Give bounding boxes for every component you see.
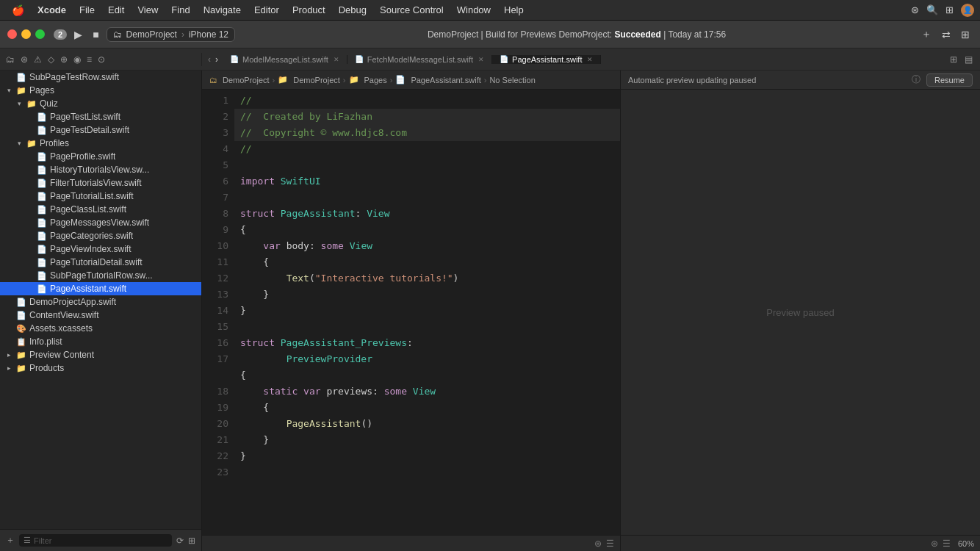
navigator-search-icon[interactable]: ⊛ bbox=[19, 53, 29, 66]
tab-page-assistant[interactable]: 📄 PageAssistant.swift ✕ bbox=[492, 55, 601, 64]
apple-menu[interactable]: 🍎 bbox=[6, 4, 30, 16]
sidebar-item-profiles-folder[interactable]: ▾ 📁 Profiles bbox=[0, 137, 201, 150]
fullscreen-button[interactable] bbox=[35, 29, 45, 39]
tab-close-icon[interactable]: ✕ bbox=[478, 56, 484, 63]
sidebar-item-label: Info.plist bbox=[29, 336, 62, 347]
code-line-16: struct PageAssistant_Previews: bbox=[234, 335, 620, 351]
sidebar-item-products-folder[interactable]: ▸ 📁 Products bbox=[0, 361, 201, 375]
sidebar-item-pageviewindex[interactable]: 📄 PageViewIndex.swift bbox=[0, 242, 201, 256]
sidebar-item-pages-folder[interactable]: ▾ 📁 Pages bbox=[0, 84, 201, 97]
tab-fetch-model[interactable]: 📄 FetchModelMessageList.swift ✕ bbox=[347, 55, 492, 64]
layout-toggle-button[interactable]: ⊞ bbox=[958, 27, 973, 42]
sidebar-bottom: ＋ ☰ Filter ⟳ ⊞ bbox=[0, 529, 201, 551]
tab-file-icon: 📄 bbox=[500, 55, 508, 63]
editor-minimap-icon[interactable]: ▤ bbox=[963, 53, 974, 66]
menu-editor[interactable]: Editor bbox=[248, 3, 285, 17]
navigator-breakpoint-icon[interactable]: ◉ bbox=[72, 53, 82, 66]
menu-view[interactable]: View bbox=[131, 3, 164, 17]
toolbar-right: ＋ ⇄ ⊞ bbox=[918, 26, 973, 43]
breadcrumb-demoproject1[interactable]: DemoProject bbox=[223, 76, 270, 84]
spotlight-icon[interactable]: 🔍 bbox=[926, 4, 938, 15]
control-center-icon[interactable]: ⊞ bbox=[945, 4, 954, 15]
menu-window[interactable]: Window bbox=[451, 3, 497, 17]
resume-button[interactable]: Resume bbox=[926, 73, 973, 87]
sidebar-item-pagecategories[interactable]: 📄 PageCategories.swift bbox=[0, 229, 201, 242]
code-content[interactable]: // // Created by LiFazhan // Copyright ©… bbox=[234, 90, 620, 535]
editor-bottom-icon1[interactable]: ⊛ bbox=[594, 539, 602, 549]
menu-source-control[interactable]: Source Control bbox=[374, 3, 450, 17]
sidebar-item-contentview[interactable]: 📄 ContentView.swift bbox=[0, 309, 201, 322]
sidebar-item-pagetutorialdetail[interactable]: 📄 PageTutorialDetail.swift bbox=[0, 256, 201, 269]
sidebar-item-pagetutoriallist[interactable]: 📄 PageTutorialList.swift bbox=[0, 190, 201, 203]
navigator-report-icon[interactable]: ≡ bbox=[85, 53, 93, 66]
menu-file[interactable]: File bbox=[73, 3, 101, 17]
sidebar-item-label: FilterTutorialsView.swift bbox=[50, 178, 142, 188]
sidebar-item-label: DemoProjectApp.swift bbox=[29, 297, 116, 307]
swift-file-icon: 📄 bbox=[16, 311, 26, 320]
navigator-debug-icon[interactable]: ⊕ bbox=[59, 53, 69, 66]
sidebar-item-pageprofile[interactable]: 📄 PageProfile.swift bbox=[0, 150, 201, 163]
close-button[interactable] bbox=[7, 29, 17, 39]
code-editor[interactable]: 1 2 3 4 5 6 7 8 9 10 11 12 13 14 15 16 1… bbox=[202, 90, 620, 535]
tab-close-icon[interactable]: ✕ bbox=[587, 56, 593, 63]
run-button[interactable]: ▶ bbox=[71, 27, 85, 42]
sidebar-item-label: SubPageTutorialRow.sw... bbox=[50, 270, 153, 281]
sidebar-item-pagetestlist[interactable]: 📄 PageTestList.swift bbox=[0, 110, 201, 123]
sidebar-item-infoplist[interactable]: 📋 Info.plist bbox=[0, 335, 201, 348]
preview-bottom-icon1[interactable]: ⊛ bbox=[931, 539, 938, 549]
sidebar-item-pageassistant[interactable]: 📄 PageAssistant.swift bbox=[0, 282, 201, 295]
tab-close-icon[interactable]: ✕ bbox=[334, 56, 339, 63]
preview-info-icon[interactable]: ⓘ bbox=[912, 73, 920, 86]
sidebar-item-subpagetestrow[interactable]: 📄 SubPageTestRow.swift bbox=[0, 71, 201, 84]
add-file-icon[interactable]: ＋ bbox=[6, 534, 15, 547]
breadcrumb-no-selection[interactable]: No Selection bbox=[489, 76, 535, 84]
forward-button[interactable]: › bbox=[215, 54, 218, 65]
navigator-test-icon[interactable]: ◇ bbox=[46, 53, 56, 66]
sidebar-item-pagemessagesview[interactable]: 📄 PageMessagesView.swift bbox=[0, 216, 201, 229]
minimize-button[interactable] bbox=[21, 29, 31, 39]
code-line-16b: PreviewProvider bbox=[234, 351, 620, 367]
menu-help[interactable]: Help bbox=[498, 3, 530, 17]
sidebar-item-subpagetutorialrow[interactable]: 📄 SubPageTutorialRow.sw... bbox=[0, 269, 201, 282]
sidebar-item-quiz-folder[interactable]: ▾ 📁 Quiz bbox=[0, 97, 201, 110]
menu-xcode[interactable]: Xcode bbox=[32, 3, 72, 17]
menu-debug[interactable]: Debug bbox=[333, 3, 372, 17]
stop-button[interactable]: ■ bbox=[90, 27, 101, 42]
sidebar-item-pagetestdetail[interactable]: 📄 PageTestDetail.swift bbox=[0, 123, 201, 137]
tab-model-message-list[interactable]: 📄 ModelMessageList.swift ✕ bbox=[223, 55, 347, 64]
sidebar-bottom-icon1[interactable]: ⟳ bbox=[176, 536, 184, 546]
swift-file-icon: 📄 bbox=[37, 192, 47, 201]
add-button[interactable]: ＋ bbox=[918, 26, 934, 43]
user-avatar[interactable]: 👤 bbox=[961, 4, 974, 17]
navigator-git-icon[interactable]: ⊙ bbox=[96, 53, 107, 66]
navigator-warning-icon[interactable]: ⚠ bbox=[32, 53, 43, 66]
breadcrumb-demoproject2[interactable]: DemoProject bbox=[293, 76, 340, 84]
breadcrumb-pages[interactable]: Pages bbox=[364, 76, 387, 84]
menu-product[interactable]: Product bbox=[287, 3, 331, 17]
sidebar-item-label: SubPageTestRow.swift bbox=[29, 72, 119, 82]
sidebar-item-preview-content-folder[interactable]: ▸ 📁 Preview Content bbox=[0, 348, 201, 361]
sidebar-item-assets[interactable]: 🎨 Assets.xcassets bbox=[0, 322, 201, 335]
sidebar-item-historytutorials[interactable]: 📄 HistoryTutorialsView.sw... bbox=[0, 163, 201, 176]
editor-layout-icon[interactable]: ⊞ bbox=[948, 53, 959, 66]
sidebar-item-pageclasslist[interactable]: 📄 PageClassList.swift bbox=[0, 203, 201, 216]
sidebar-bottom-icon2[interactable]: ⊞ bbox=[188, 536, 195, 546]
split-editor-button[interactable]: ⇄ bbox=[939, 27, 954, 42]
sidebar-item-label: Assets.xcassets bbox=[29, 323, 93, 334]
tab-label: FetchModelMessageList.swift bbox=[367, 55, 473, 64]
menu-navigate[interactable]: Navigate bbox=[198, 3, 247, 17]
menu-find[interactable]: Find bbox=[165, 3, 195, 17]
editor-bottom-icon2[interactable]: ☰ bbox=[606, 539, 614, 549]
code-line-8: struct PageAssistant: View bbox=[234, 206, 620, 222]
sidebar-item-demoprojectapp[interactable]: 📄 DemoProjectApp.swift bbox=[0, 295, 201, 309]
preview-bottom-icon2[interactable]: ☰ bbox=[943, 539, 951, 549]
code-line-7 bbox=[234, 190, 620, 206]
scheme-selector[interactable]: 🗂 DemoProject › iPhone 12 bbox=[107, 27, 235, 42]
back-button[interactable]: ‹ bbox=[208, 54, 211, 65]
filter-area: ☰ Filter bbox=[19, 534, 172, 547]
swift-file-icon: 📄 bbox=[37, 126, 47, 135]
breadcrumb-pageassistant[interactable]: PageAssistant.swift bbox=[411, 76, 480, 84]
sidebar-item-filtertutorials[interactable]: 📄 FilterTutorialsView.swift bbox=[0, 176, 201, 190]
menu-edit[interactable]: Edit bbox=[102, 3, 130, 17]
code-line-9: { bbox=[234, 222, 620, 238]
